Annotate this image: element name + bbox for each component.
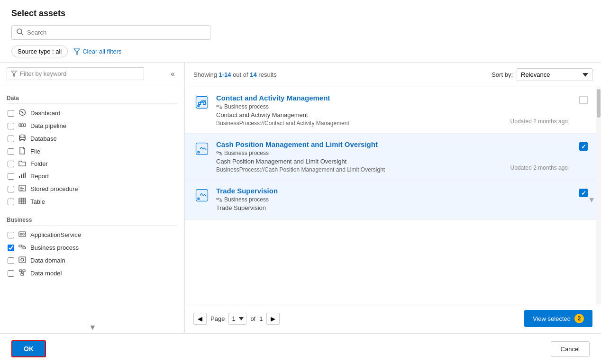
result-type-2: Business process <box>216 150 588 156</box>
left-scroll: Data Dashboard Data pipeline <box>0 85 184 320</box>
result-content-3: Trade Supervision Business process Trade… <box>216 187 588 213</box>
dialog-body: Filter by keyword « Data Dashboard <box>0 63 601 333</box>
folder-icon <box>18 160 27 168</box>
filter-keyword-input[interactable]: Filter by keyword <box>7 67 144 80</box>
svg-rect-31 <box>19 245 22 247</box>
checkbox-database[interactable] <box>8 136 14 142</box>
checkbox-table[interactable] <box>8 199 14 205</box>
result-checkbox-2[interactable] <box>579 142 588 151</box>
checkbox-dashboard[interactable] <box>8 110 14 117</box>
filter-label-file: File <box>30 148 40 155</box>
filter-keyword-placeholder: Filter by keyword <box>20 70 66 77</box>
collapse-icon: « <box>171 70 175 78</box>
svg-rect-32 <box>23 247 26 249</box>
filter-item-dashboard[interactable]: Dashboard <box>7 107 178 119</box>
select-assets-dialog: Select assets Source type : all Clear al… <box>0 0 601 364</box>
filter-keyword-icon <box>11 71 17 77</box>
next-page-button[interactable]: ▶ <box>266 313 280 325</box>
datadomain-icon <box>18 256 27 265</box>
checkbox-appservice[interactable] <box>8 232 14 238</box>
checkbox-report[interactable] <box>8 173 14 180</box>
filter-item-file[interactable]: File <box>7 145 178 158</box>
file-icon <box>18 147 27 156</box>
checkbox-businessprocess[interactable] <box>8 245 14 251</box>
datapipeline-icon <box>18 121 27 130</box>
view-selected-button[interactable]: View selected 2 <box>524 310 592 327</box>
result-title-1[interactable]: Contact and Activity Management <box>216 94 588 102</box>
svg-rect-17 <box>23 173 24 178</box>
sort-by-label: Sort by: <box>492 71 513 78</box>
results-range: 1-14 <box>219 71 231 78</box>
of-label: of <box>250 315 255 322</box>
checkbox-datapipeline[interactable] <box>8 123 14 129</box>
right-panel: Showing 1-14 out of 14 results Sort by: … <box>185 63 601 333</box>
results-header: Showing 1-14 out of 14 results Sort by: … <box>185 63 601 87</box>
result-checkbox-3[interactable] <box>579 189 588 197</box>
svg-rect-15 <box>19 176 20 178</box>
filter-label-businessprocess: Business process <box>30 244 79 251</box>
result-title-2[interactable]: Cash Position Management and Limit Overs… <box>216 140 588 148</box>
svg-point-13 <box>19 135 25 137</box>
svg-rect-38 <box>23 270 25 272</box>
filter-label-report: Report <box>30 173 49 180</box>
result-updated-2: Updated 2 months ago <box>510 164 568 171</box>
table-icon <box>18 197 27 206</box>
filter-item-businessprocess[interactable]: Business process <box>7 241 178 254</box>
search-bar[interactable] <box>11 25 210 40</box>
filter-label-folder: Folder <box>30 160 48 167</box>
right-scrollbar[interactable] <box>596 87 601 304</box>
checkbox-datadomain[interactable] <box>8 257 14 264</box>
result-title-3[interactable]: Trade Supervision <box>216 187 588 195</box>
filter-item-datapipeline[interactable]: Data pipeline <box>7 119 178 132</box>
dialog-title: Select assets <box>11 9 590 18</box>
result-updated-1: Updated 2 months ago <box>510 118 568 125</box>
page-nav: ◀ Page 1 of 1 ▶ <box>193 313 280 325</box>
result-icon-3 <box>193 187 210 204</box>
filter-item-folder[interactable]: Folder <box>7 158 178 170</box>
filter-label-datapipeline: Data pipeline <box>30 122 66 129</box>
collapse-button[interactable]: « <box>168 69 178 79</box>
filter-item-database[interactable]: Database <box>7 132 178 145</box>
search-input[interactable] <box>27 29 205 36</box>
svg-rect-52 <box>217 152 219 153</box>
prev-page-button[interactable]: ◀ <box>193 313 207 325</box>
sort-select[interactable]: Relevance Name Updated <box>517 68 592 81</box>
svg-point-36 <box>21 258 24 261</box>
svg-rect-59 <box>217 198 219 200</box>
results-count: Showing 1-14 out of 14 results <box>193 71 277 78</box>
filter-item-appservice[interactable]: ApplicationService <box>7 228 178 241</box>
filter-label-dashboard: Dashboard <box>30 109 61 117</box>
filter-label-database: Database <box>30 135 57 142</box>
checkbox-storedprocedure[interactable] <box>8 186 14 192</box>
results-list: Contact and Activity Management Business… <box>185 87 596 304</box>
dialog-header: Select assets Source type : all Clear al… <box>0 0 601 63</box>
view-selected-count: 2 <box>574 314 584 323</box>
result-content-1: Contact and Activity Management Business… <box>216 94 588 127</box>
right-scroll-wrap: Contact and Activity Management Business… <box>185 87 601 304</box>
checkbox-file[interactable] <box>8 148 14 155</box>
search-icon <box>17 28 23 36</box>
result-checkbox-1[interactable] <box>579 96 588 104</box>
ok-button[interactable]: OK <box>11 340 46 357</box>
svg-rect-30 <box>23 233 24 235</box>
checkbox-datamodel[interactable] <box>8 270 14 277</box>
filter-item-datamodel[interactable]: Data model <box>7 267 178 280</box>
filter-item-table[interactable]: Table <box>7 195 178 208</box>
page-select[interactable]: 1 <box>228 313 246 325</box>
svg-marker-3 <box>11 71 17 76</box>
source-type-button[interactable]: Source type : all <box>11 46 68 57</box>
filter-item-report[interactable]: Report <box>7 170 178 182</box>
svg-rect-46 <box>220 107 222 109</box>
svg-point-7 <box>22 112 23 113</box>
svg-point-14 <box>19 137 25 140</box>
filter-label-table: Table <box>30 198 45 205</box>
filter-item-datadomain[interactable]: Data domain <box>7 254 178 267</box>
result-icon-1 <box>193 94 210 111</box>
total-pages: 1 <box>259 315 263 322</box>
filter-item-storedprocedure[interactable]: Stored procedure <box>7 182 178 195</box>
filter-row: Source type : all Clear all filters <box>11 46 590 57</box>
cancel-button[interactable]: Cancel <box>551 341 590 357</box>
bp-icon-3 <box>216 197 222 203</box>
checkbox-folder[interactable] <box>8 161 14 167</box>
clear-filters-button[interactable]: Clear all filters <box>73 48 121 55</box>
